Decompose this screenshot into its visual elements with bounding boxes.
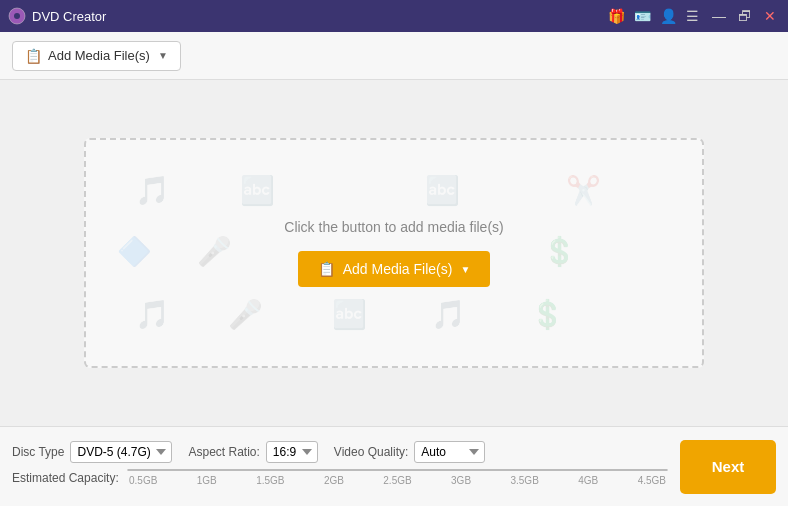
- tick-3: 2GB: [324, 475, 344, 486]
- toolbar: 📋 Add Media File(s) ▼: [0, 32, 788, 80]
- tick-2: 1.5GB: [256, 475, 284, 486]
- wm-icon-2: 🔤: [240, 174, 275, 207]
- tick-4: 2.5GB: [383, 475, 411, 486]
- title-bar: DVD Creator 🎁 🪪 👤 ☰ — 🗗 ✕: [0, 0, 788, 32]
- wm-icon-4: ✂️: [566, 174, 601, 207]
- close-icon[interactable]: ✕: [764, 8, 780, 24]
- tick-5: 3GB: [451, 475, 471, 486]
- disc-type-label: Disc Type: [12, 445, 64, 459]
- disc-type-group: Disc Type DVD-5 (4.7G) DVD-9 (8.5G) BD-2…: [12, 441, 172, 463]
- tick-7: 4GB: [578, 475, 598, 486]
- app-logo: [8, 7, 26, 25]
- capacity-label: Estimated Capacity:: [12, 471, 127, 485]
- tick-1: 1GB: [197, 475, 217, 486]
- wm-icon-9: 🎤: [228, 298, 263, 331]
- gift-icon[interactable]: 🎁: [608, 8, 624, 24]
- add-media-label: Add Media File(s): [48, 48, 150, 63]
- disc-type-select[interactable]: DVD-5 (4.7G) DVD-9 (8.5G) BD-25 (25G) BD…: [70, 441, 172, 463]
- capacity-bar-track: [127, 469, 668, 471]
- wm-icon-7: 💲: [542, 235, 577, 268]
- tick-8: 4.5GB: [638, 475, 666, 486]
- drop-zone-text: Click the button to add media file(s): [284, 219, 503, 235]
- bottom-controls-row: Disc Type DVD-5 (4.7G) DVD-9 (8.5G) BD-2…: [12, 441, 668, 463]
- add-media-main-icon: 📋: [318, 261, 335, 277]
- svg-point-1: [14, 13, 20, 19]
- title-bar-left: DVD Creator: [8, 7, 106, 25]
- wm-icon-6: 🎤: [197, 235, 232, 268]
- wm-icon-1: 🎵: [135, 174, 170, 207]
- tick-6: 3.5GB: [510, 475, 538, 486]
- user-icon[interactable]: 👤: [660, 8, 676, 24]
- add-media-main-label: Add Media File(s): [343, 261, 453, 277]
- add-media-main-arrow: ▼: [460, 264, 470, 275]
- capacity-row: Estimated Capacity: 0.5GB 1GB 1.5GB 2GB …: [12, 469, 668, 486]
- capacity-ticks: 0.5GB 1GB 1.5GB 2GB 2.5GB 3GB 3.5GB 4GB …: [127, 475, 668, 486]
- wm-icon-10: 🔤: [332, 298, 367, 331]
- aspect-ratio-select[interactable]: 16:9 4:3: [266, 441, 318, 463]
- title-bar-controls: 🎁 🪪 👤 ☰ — 🗗 ✕: [608, 8, 780, 24]
- main-content: 🎵 🔤 🔤 ✂️ 🔷 🎤 💲 🎵 🎤 🔤 🎵 💲 Click the butto…: [0, 80, 788, 426]
- drop-zone[interactable]: 🎵 🔤 🔤 ✂️ 🔷 🎤 💲 🎵 🎤 🔤 🎵 💲 Click the butto…: [84, 138, 704, 368]
- aspect-ratio-label: Aspect Ratio:: [188, 445, 259, 459]
- wm-icon-11: 🎵: [431, 298, 466, 331]
- bottom-left: Disc Type DVD-5 (4.7G) DVD-9 (8.5G) BD-2…: [12, 433, 668, 500]
- video-quality-label: Video Quality:: [334, 445, 409, 459]
- minimize-icon[interactable]: —: [712, 8, 728, 24]
- wm-icon-3: 🔤: [425, 174, 460, 207]
- aspect-ratio-group: Aspect Ratio: 16:9 4:3: [188, 441, 317, 463]
- wm-icon-12: 💲: [530, 298, 565, 331]
- wm-icon-5: 🔷: [117, 235, 152, 268]
- id-icon[interactable]: 🪪: [634, 8, 650, 24]
- add-media-icon: 📋: [25, 48, 42, 64]
- menu-icon[interactable]: ☰: [686, 8, 702, 24]
- add-media-dropdown-arrow: ▼: [158, 50, 168, 61]
- wm-icon-8: 🎵: [135, 298, 170, 331]
- tick-0: 0.5GB: [129, 475, 157, 486]
- bottom-bar: Disc Type DVD-5 (4.7G) DVD-9 (8.5G) BD-2…: [0, 426, 788, 506]
- next-button[interactable]: Next: [680, 440, 776, 494]
- video-quality-group: Video Quality: Auto Low Medium High: [334, 441, 486, 463]
- app-title: DVD Creator: [32, 9, 106, 24]
- video-quality-select[interactable]: Auto Low Medium High: [414, 441, 485, 463]
- add-media-button[interactable]: 📋 Add Media File(s) ▼: [12, 41, 181, 71]
- add-media-main-button[interactable]: 📋 Add Media File(s) ▼: [298, 251, 491, 287]
- restore-icon[interactable]: 🗗: [738, 8, 754, 24]
